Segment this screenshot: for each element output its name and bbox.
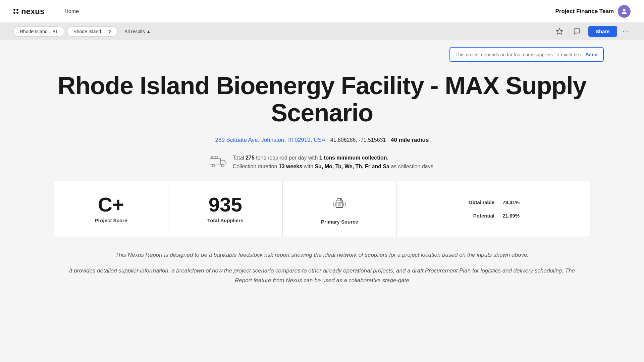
obtainable-label: Obtainable bbox=[464, 199, 494, 205]
main-content: Send Rhode Island Bioenergy Facility - M… bbox=[0, 40, 644, 362]
page-title-section: Rhode Island Bioenergy Facility - MAX Su… bbox=[0, 62, 644, 133]
suppliers-value: 935 bbox=[209, 195, 242, 215]
collection-unit: tons required per day bbox=[256, 155, 307, 161]
potential-label: Potential bbox=[464, 213, 494, 219]
logo[interactable]: nexus bbox=[13, 7, 44, 16]
more-options-button[interactable]: ··· bbox=[623, 27, 631, 36]
chart-row-obtainable: Obtainable 78.31% bbox=[464, 197, 523, 207]
svg-marker-1 bbox=[556, 28, 562, 34]
collection-days: Su, Mo, Tu, We, Th, Fr and Sa bbox=[315, 164, 389, 169]
source-label: Primary Source bbox=[321, 219, 358, 225]
svg-rect-11 bbox=[338, 203, 341, 206]
stat-suppliers: 935 Total Suppliers bbox=[168, 181, 283, 237]
header: nexus Home Project Finance Team bbox=[0, 0, 644, 23]
score-value: C+ bbox=[98, 195, 124, 215]
chat-button[interactable] bbox=[571, 25, 583, 38]
svg-rect-2 bbox=[210, 158, 221, 165]
description-para2: It provides detailed supplier informatio… bbox=[67, 266, 577, 286]
primary-source-icon bbox=[331, 193, 348, 214]
nav-home[interactable]: Home bbox=[64, 8, 79, 14]
svg-rect-13 bbox=[333, 203, 335, 206]
tab-ri-2[interactable]: Rhode Island... #2 bbox=[67, 26, 118, 37]
chevron-up-icon: ▲ bbox=[146, 29, 151, 34]
logo-dots-icon bbox=[13, 9, 18, 14]
avatar[interactable] bbox=[618, 5, 631, 18]
stat-primary-source: Primary Source bbox=[283, 181, 397, 237]
ai-chat-box: Send bbox=[449, 47, 604, 62]
svg-point-0 bbox=[623, 9, 625, 11]
logo-text: nexus bbox=[21, 7, 44, 16]
star-button[interactable] bbox=[553, 25, 566, 38]
collection-duration: 13 weeks bbox=[279, 164, 302, 169]
page-title: Rhode Island Bioenergy Facility - MAX Su… bbox=[27, 72, 617, 127]
coordinates: 41.806286, -71.515631 bbox=[330, 137, 386, 143]
chart-row-potential: Potential 21.69% bbox=[464, 211, 523, 220]
collection-text: Total 275 tons required per day with 1 t… bbox=[233, 154, 435, 171]
stat-score: C+ Project Score bbox=[54, 181, 168, 237]
svg-rect-14 bbox=[343, 203, 345, 206]
ai-chat-container: Send bbox=[0, 40, 644, 62]
tab-ri-1[interactable]: Rhode Island... #1 bbox=[13, 26, 64, 37]
address-link[interactable]: 289 Scituate Ave, Johnston, RI 02919, US… bbox=[215, 137, 326, 143]
stat-chart: Obtainable 78.31% Potential 21.69% bbox=[397, 181, 590, 237]
tabs-right: Share ··· bbox=[553, 25, 631, 38]
tabs-bar: Rhode Island... #1 Rhode Island... #2 Al… bbox=[0, 23, 644, 40]
ai-send-button[interactable]: Send bbox=[585, 52, 598, 57]
description-para1: This Nexus Report is designed to be a ba… bbox=[67, 250, 577, 260]
tabs-left: Rhode Island... #1 Rhode Island... #2 Al… bbox=[13, 26, 155, 37]
collection-days-label: as collection days bbox=[391, 164, 433, 169]
suppliers-label: Total Suppliers bbox=[207, 218, 243, 223]
team-name-text: Project Finance Team bbox=[555, 8, 614, 15]
description-section: This Nexus Report is designed to be a ba… bbox=[0, 237, 644, 292]
radius-text: 40 mile radius bbox=[391, 137, 429, 143]
score-label: Project Score bbox=[95, 218, 127, 223]
stats-row: C+ Project Score 935 Total Suppliers bbox=[54, 181, 590, 237]
potential-pct: 21.69% bbox=[502, 213, 523, 219]
truck-icon bbox=[209, 154, 227, 171]
address-section: 289 Scituate Ave, Johnston, RI 02919, US… bbox=[0, 133, 644, 150]
ai-chat-input[interactable] bbox=[455, 52, 581, 57]
obtainable-pct: 78.31% bbox=[502, 199, 523, 205]
share-button[interactable]: Share bbox=[588, 26, 617, 37]
collection-tons: 275 bbox=[246, 155, 255, 161]
header-left: nexus Home bbox=[13, 7, 79, 16]
header-right: Project Finance Team bbox=[555, 5, 631, 18]
tab-all-results[interactable]: All results ▲ bbox=[120, 27, 155, 36]
collection-section: Total 275 tons required per day with 1 t… bbox=[0, 150, 644, 181]
collection-min: 1 tons minimum collection bbox=[319, 155, 387, 161]
